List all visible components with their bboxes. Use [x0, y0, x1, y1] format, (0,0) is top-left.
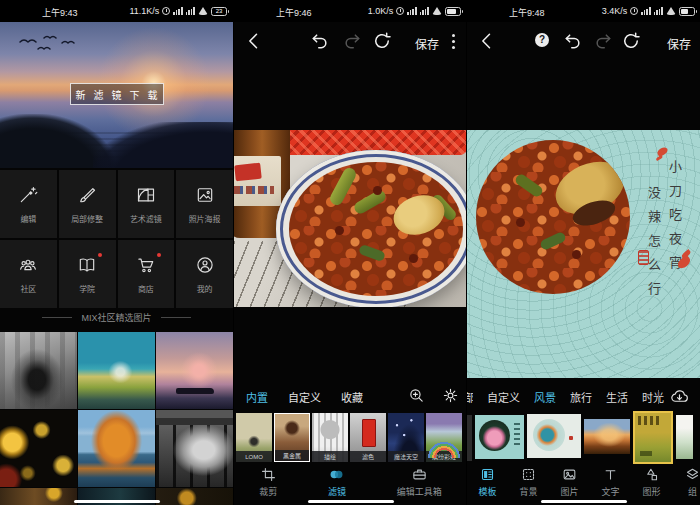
community-photo[interactable] — [0, 488, 77, 505]
redo-button[interactable] — [342, 31, 362, 51]
hero-banner[interactable]: 新滤镜下载 — [0, 22, 233, 168]
more-menu-icon[interactable] — [452, 34, 455, 37]
filter-thumb-color-splash[interactable]: 滤色 — [350, 413, 386, 462]
poster-text-right[interactable]: 小刀吃夜宵 — [665, 160, 684, 310]
tab-built-in[interactable]: 内置 — [246, 389, 268, 405]
save-button[interactable]: 保存 — [667, 35, 691, 52]
tab-scenery[interactable]: 风景 — [534, 389, 556, 405]
golden-ratio-icon — [136, 185, 156, 205]
profile-icon — [195, 255, 215, 275]
home-indicator[interactable] — [308, 500, 394, 503]
cell-signal-icon — [186, 7, 195, 15]
tile-photo-poster[interactable]: 照片海报 — [176, 170, 233, 238]
section-title: MIX社区精选图片 — [0, 311, 233, 324]
tab-custom[interactable]: 自定义 — [487, 389, 520, 405]
home-indicator[interactable] — [74, 500, 160, 503]
cell-signal-icon — [173, 7, 182, 15]
nav-edit-toolbox[interactable]: 编辑工具箱 — [397, 467, 442, 498]
filter-thumbnails: LOMO 黑金属 描绘 滤色 魔法天空 缤纷彩虹 — [236, 413, 462, 462]
editor-bottom-nav: 模板 背景 图片 文字 图形 组 — [467, 467, 700, 498]
nav-background[interactable]: 背景 — [508, 467, 549, 498]
cloud-download-icon[interactable] — [670, 387, 689, 406]
tab-custom[interactable]: 自定义 — [288, 389, 321, 405]
alarm-icon — [630, 7, 638, 15]
tile-label: 学院 — [79, 283, 95, 294]
gear-icon[interactable] — [442, 387, 459, 404]
tab-time[interactable]: 时光 — [642, 389, 664, 405]
panel-poster-editor: 上午9:48 3.4K/s ? 保存 — [466, 0, 700, 505]
template-thumb-partial[interactable] — [467, 415, 472, 461]
tab-favorites[interactable]: 收藏 — [341, 389, 363, 405]
tile-community[interactable]: 社区 — [0, 240, 57, 308]
filter-category-tabs: 内置 自定义 收藏 — [234, 384, 467, 410]
crop-icon — [261, 467, 276, 482]
community-photo[interactable] — [156, 332, 233, 409]
seal-stamp-icon — [638, 250, 649, 265]
tab-clipped[interactable]: 部 — [466, 389, 473, 405]
reset-button[interactable] — [372, 31, 392, 51]
koi-fish-icon — [656, 146, 669, 158]
shapes-icon — [644, 467, 659, 482]
back-button[interactable] — [244, 31, 264, 51]
nav-crop[interactable]: 裁剪 — [259, 467, 277, 498]
tab-life[interactable]: 生活 — [606, 389, 628, 405]
status-net-speed: 11.1K/s — [129, 6, 159, 16]
filter-thumb-rainbow[interactable]: 缤纷彩虹 — [426, 413, 462, 462]
background-icon — [521, 467, 536, 482]
reset-button[interactable] — [621, 31, 641, 51]
template-thumb-canyon[interactable] — [584, 419, 630, 454]
tile-academy[interactable]: 学院 — [59, 240, 116, 308]
status-net-speed: 3.4K/s — [602, 6, 628, 16]
new-filters-button[interactable]: 新滤镜下载 — [70, 83, 164, 105]
community-photo[interactable] — [78, 332, 155, 409]
template-thumb-selected[interactable] — [633, 411, 673, 464]
layers-icon — [685, 467, 700, 482]
nav-template[interactable]: 模板 — [467, 467, 508, 498]
community-photo[interactable] — [78, 410, 155, 487]
template-thumb-lotus[interactable] — [475, 415, 524, 459]
notification-dot — [157, 253, 161, 257]
back-button[interactable] — [477, 31, 497, 51]
nav-filter[interactable]: 滤镜 — [328, 467, 346, 498]
undo-button[interactable] — [310, 31, 330, 51]
filter-thumb-black-metal[interactable]: 黑金属 — [274, 413, 310, 462]
nav-shape[interactable]: 图形 — [631, 467, 672, 498]
editing-photo[interactable] — [234, 130, 467, 307]
redo-button[interactable] — [593, 31, 613, 51]
undo-button[interactable] — [563, 31, 583, 51]
template-thumb-kingfisher[interactable] — [527, 414, 581, 458]
poster-photo-circle[interactable] — [476, 140, 630, 294]
wifi-icon — [432, 7, 442, 15]
home-indicator[interactable] — [541, 500, 627, 503]
save-button[interactable]: 保存 — [415, 35, 439, 52]
tile-label: 局部修整 — [71, 213, 103, 224]
community-photo[interactable] — [156, 410, 233, 487]
filter-thumb-sketch[interactable]: 描绘 — [312, 413, 348, 462]
tile-local-retouch[interactable]: 局部修整 — [59, 170, 116, 238]
help-button[interactable]: ? — [535, 33, 555, 53]
community-photo[interactable] — [0, 410, 77, 487]
crawfish-food — [289, 162, 463, 296]
community-icon — [18, 255, 38, 275]
filter-thumb-lomo[interactable]: LOMO — [236, 413, 272, 462]
community-photo[interactable] — [156, 488, 233, 505]
cart-icon — [136, 255, 156, 275]
tile-edit[interactable]: 编辑 — [0, 170, 57, 238]
tile-store[interactable]: 商店 — [118, 240, 175, 308]
poster-canvas[interactable]: 小刀吃夜宵 没辣怎么行 — [467, 130, 700, 378]
nav-image[interactable]: 图片 — [549, 467, 590, 498]
filter-thumb-magic-sky[interactable]: 魔法天空 — [388, 413, 424, 462]
cell-signal-icon — [420, 7, 429, 15]
tile-mine[interactable]: 我的 — [176, 240, 233, 308]
tile-art-filter[interactable]: 艺术滤镜 — [118, 170, 175, 238]
tab-travel[interactable]: 旅行 — [570, 389, 592, 405]
zoom-in-icon[interactable] — [408, 387, 425, 404]
tile-label: 社区 — [20, 283, 36, 294]
battery-icon: 23 — [211, 7, 227, 16]
nav-text[interactable]: 文字 — [590, 467, 631, 498]
template-thumb-partial[interactable] — [676, 415, 693, 459]
community-photo[interactable] — [0, 332, 77, 409]
template-icon — [480, 467, 495, 482]
nav-group[interactable]: 组 — [672, 467, 700, 498]
cell-signal-icon — [407, 7, 416, 15]
